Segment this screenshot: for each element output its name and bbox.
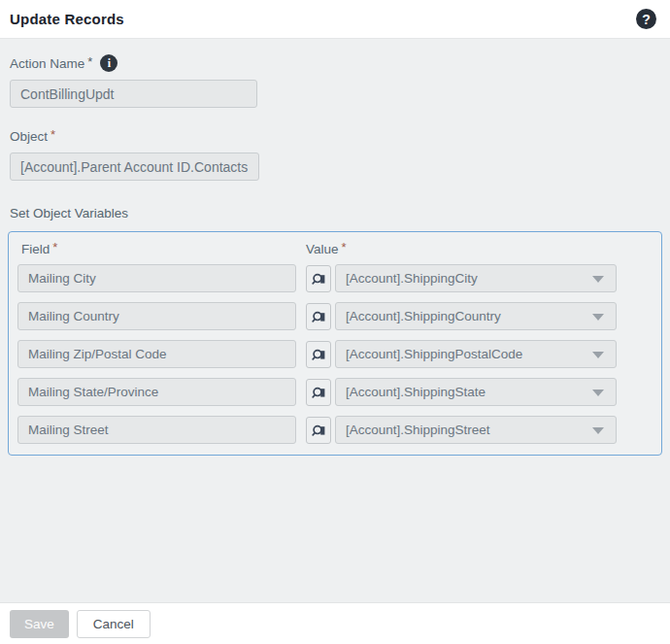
value-dropdown-text: [Account].ShippingCity: [346, 271, 478, 286]
chevron-down-icon: [592, 352, 604, 358]
value-dropdown[interactable]: [Account].ShippingState: [335, 378, 617, 406]
chevron-down-icon: [592, 427, 604, 434]
field-input[interactable]: Mailing Street: [17, 416, 296, 444]
lookup-button[interactable]: [306, 379, 331, 406]
set-object-variables-label: Set Object Variables: [10, 206, 662, 222]
info-icon[interactable]: i: [100, 54, 117, 72]
object-label: Object: [10, 129, 48, 144]
lookup-button[interactable]: [306, 265, 331, 292]
value-dropdown-text: [Account].ShippingCountry: [346, 309, 501, 323]
variable-row: Mailing Country [Account].ShippingCountr…: [17, 302, 653, 330]
value-dropdown[interactable]: [Account].ShippingPostalCode: [335, 340, 617, 368]
object-label-row: Object*: [10, 127, 662, 145]
field-input[interactable]: Mailing State/Province: [17, 378, 296, 406]
lookup-icon: [311, 271, 326, 287]
required-asterisk: *: [52, 240, 57, 254]
field-input[interactable]: Mailing City: [17, 264, 296, 292]
lookup-icon: [311, 309, 326, 324]
lookup-icon: [311, 385, 326, 400]
chevron-down-icon: [592, 276, 604, 283]
field-input[interactable]: Mailing Country: [17, 302, 296, 330]
cancel-button[interactable]: Cancel: [77, 610, 151, 638]
variable-row: Mailing Zip/Postal Code [Account].Shippi…: [17, 340, 653, 368]
help-icon[interactable]: ?: [636, 9, 656, 29]
action-name-label: Action Name: [10, 56, 84, 71]
variable-row: Mailing State/Province [Account].Shippin…: [17, 378, 653, 406]
value-dropdown-text: [Account].ShippingState: [346, 385, 486, 399]
field-column-header: Field*: [21, 242, 306, 256]
form-panel: Action Name* i ContBillingUpdt Object* […: [0, 38, 670, 602]
field-input[interactable]: Mailing Zip/Postal Code: [17, 340, 296, 368]
required-asterisk: *: [87, 54, 92, 69]
object-input[interactable]: [Account].Parent Account ID.Contacts: [10, 153, 259, 181]
value-column-header: Value*: [306, 242, 347, 256]
action-name-label-row: Action Name* i: [10, 54, 662, 72]
variable-row: Mailing City [Account].ShippingCity: [17, 264, 653, 292]
variables-header-row: Field* Value*: [21, 242, 653, 256]
chevron-down-icon: [592, 390, 604, 396]
variable-row: Mailing Street [Account].ShippingStreet: [17, 416, 653, 444]
chevron-down-icon: [592, 314, 604, 321]
value-dropdown-text: [Account].ShippingPostalCode: [346, 347, 522, 361]
value-dropdown-text: [Account].ShippingStreet: [346, 423, 490, 437]
lookup-button[interactable]: [306, 417, 331, 444]
lookup-icon: [311, 347, 326, 362]
value-dropdown[interactable]: [Account].ShippingStreet: [335, 416, 617, 444]
required-asterisk: *: [50, 127, 55, 142]
required-asterisk: *: [342, 240, 347, 254]
dialog-header: Update Records ?: [0, 0, 670, 38]
page-title: Update Records: [10, 11, 124, 27]
lookup-button[interactable]: [306, 303, 331, 330]
action-name-input[interactable]: ContBillingUpdt: [10, 80, 257, 108]
value-dropdown[interactable]: [Account].ShippingCountry: [335, 302, 617, 330]
dialog-footer: Save Cancel: [0, 602, 670, 644]
save-button[interactable]: Save: [10, 610, 69, 638]
lookup-icon: [311, 423, 326, 438]
variables-rows: Mailing City [Account].ShippingCity Mail…: [17, 264, 653, 444]
object-variables-box: Field* Value* Mailing City [Account].Shi…: [8, 231, 662, 456]
value-dropdown[interactable]: [Account].ShippingCity: [335, 264, 617, 292]
lookup-button[interactable]: [306, 341, 331, 368]
